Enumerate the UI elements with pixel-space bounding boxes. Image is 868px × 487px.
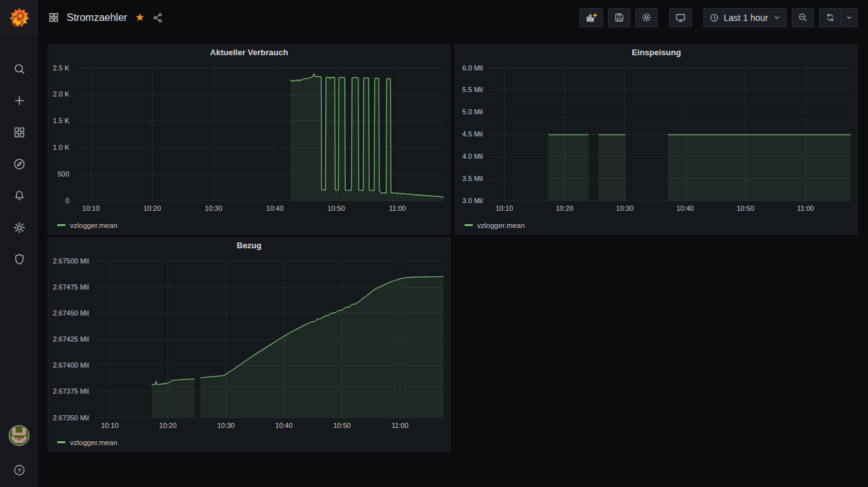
toolbar: Last 1 hour bbox=[580, 8, 858, 27]
svg-text:10:30: 10:30 bbox=[616, 204, 634, 212]
svg-text:2.67500 Mil: 2.67500 Mil bbox=[53, 257, 89, 264]
svg-text:4.0 Mil: 4.0 Mil bbox=[463, 152, 483, 160]
panel-aktueller-verbrauch: Aktueller Verbrauch 05001.0 K1.5 K2.0 K2… bbox=[48, 44, 451, 234]
svg-text:2.67425 Mil: 2.67425 Mil bbox=[53, 335, 89, 343]
apps-grid-icon bbox=[48, 12, 59, 23]
sidebar-item-explore[interactable] bbox=[6, 156, 32, 172]
tv-mode-button[interactable] bbox=[669, 8, 692, 27]
svg-text:10:50: 10:50 bbox=[736, 204, 754, 212]
gear-icon bbox=[13, 221, 26, 234]
dashboard-title[interactable]: Stromzaehler bbox=[67, 12, 127, 23]
legend-item[interactable]: vzlogger.mean bbox=[456, 220, 857, 234]
dashboard-settings-button[interactable] bbox=[635, 8, 658, 27]
svg-text:10:10: 10:10 bbox=[82, 204, 100, 212]
dashboard-grid: Aktueller Verbrauch 05001.0 K1.5 K2.0 K2… bbox=[38, 35, 868, 487]
sidebar: ? bbox=[0, 0, 38, 487]
svg-text:10:30: 10:30 bbox=[217, 422, 235, 429]
svg-text:10:40: 10:40 bbox=[266, 204, 284, 212]
svg-text:10:20: 10:20 bbox=[159, 422, 177, 429]
svg-text:10:40: 10:40 bbox=[676, 204, 694, 212]
svg-text:10:20: 10:20 bbox=[556, 204, 574, 212]
legend-series-label: vzlogger.mean bbox=[70, 222, 118, 229]
bell-icon bbox=[13, 189, 26, 203]
svg-text:2.67400 Mil: 2.67400 Mil bbox=[53, 361, 89, 369]
svg-text:1.0 K: 1.0 K bbox=[53, 143, 69, 151]
tv-icon bbox=[675, 12, 686, 23]
svg-text:10:40: 10:40 bbox=[275, 422, 293, 429]
panel-title: Einspeisung bbox=[632, 48, 681, 57]
legend-series-label: vzlogger.mean bbox=[477, 222, 525, 229]
refresh-interval-dropdown[interactable] bbox=[841, 8, 858, 27]
chevron-down-icon bbox=[845, 13, 853, 22]
grafana-logo-icon bbox=[7, 6, 31, 30]
legend-item[interactable]: vzlogger.mean bbox=[48, 220, 450, 234]
svg-text:2.5 K: 2.5 K bbox=[53, 63, 69, 71]
svg-text:2.67375 Mil: 2.67375 Mil bbox=[53, 387, 89, 395]
chart-einspeisung[interactable]: 3.0 Mil3.5 Mil4.0 Mil4.5 Mil5.0 Mil5.5 M… bbox=[456, 60, 857, 220]
add-panel-icon bbox=[585, 11, 597, 23]
chevron-down-icon bbox=[773, 13, 781, 22]
grafana-logo[interactable] bbox=[0, 0, 38, 35]
panel-header[interactable]: Einspeisung bbox=[456, 45, 857, 60]
add-panel-button[interactable] bbox=[580, 8, 603, 27]
legend-series-color bbox=[57, 224, 65, 226]
top-navigation: Stromzaehler ★ bbox=[38, 0, 868, 35]
svg-text:2.67450 Mil: 2.67450 Mil bbox=[53, 309, 89, 317]
legend-series-color bbox=[465, 224, 473, 226]
save-dashboard-button[interactable] bbox=[608, 8, 630, 27]
svg-text:2.0 K: 2.0 K bbox=[53, 90, 69, 98]
svg-text:11:00: 11:00 bbox=[391, 422, 409, 429]
svg-text:3.0 Mil: 3.0 Mil bbox=[463, 196, 483, 204]
breadcrumb: Stromzaehler ★ bbox=[48, 12, 163, 23]
user-avatar[interactable] bbox=[6, 425, 32, 446]
refresh-button[interactable] bbox=[819, 8, 841, 27]
panel-header[interactable]: Bezug bbox=[48, 238, 450, 253]
gear-icon bbox=[641, 12, 652, 23]
panel-einspeisung: Einspeisung 3.0 Mil3.5 Mil4.0 Mil4.5 Mil… bbox=[455, 44, 858, 234]
save-icon bbox=[614, 12, 625, 23]
legend-series-color bbox=[57, 441, 65, 443]
svg-text:500: 500 bbox=[58, 170, 69, 177]
time-range-picker[interactable]: Last 1 hour bbox=[703, 8, 787, 27]
svg-text:10:10: 10:10 bbox=[496, 204, 513, 212]
sidebar-item-alerting[interactable] bbox=[6, 187, 32, 204]
zoom-out-button[interactable] bbox=[792, 8, 814, 27]
legend-series-label: vzlogger.mean bbox=[70, 439, 118, 446]
sidebar-item-search[interactable] bbox=[6, 60, 32, 77]
sidebar-bottom: ? bbox=[0, 425, 38, 478]
svg-text:0: 0 bbox=[65, 196, 69, 204]
refresh-button-group bbox=[819, 8, 858, 27]
svg-text:2.67475 Mil: 2.67475 Mil bbox=[53, 283, 89, 290]
sidebar-item-configuration[interactable] bbox=[6, 219, 32, 236]
sidebar-item-help[interactable]: ? bbox=[6, 462, 32, 478]
sidebar-item-server-admin[interactable] bbox=[6, 251, 32, 267]
clock-icon bbox=[709, 13, 719, 23]
panel-title: Bezug bbox=[237, 241, 262, 250]
legend-item[interactable]: vzlogger.mean bbox=[48, 437, 450, 451]
svg-text:5.0 Mil: 5.0 Mil bbox=[463, 108, 483, 116]
panel-title: Aktueller Verbrauch bbox=[210, 48, 288, 57]
svg-text:10:50: 10:50 bbox=[327, 204, 345, 212]
panel-bezug: Bezug 2.67350 Mil2.67375 Mil2.67400 Mil2… bbox=[48, 237, 451, 451]
star-icon[interactable]: ★ bbox=[135, 12, 144, 23]
svg-text:11:00: 11:00 bbox=[389, 204, 406, 212]
compass-icon bbox=[13, 157, 26, 171]
plus-icon bbox=[13, 94, 26, 107]
svg-text:4.5 Mil: 4.5 Mil bbox=[463, 130, 483, 138]
share-icon[interactable] bbox=[152, 12, 163, 23]
chart-bezug[interactable]: 2.67350 Mil2.67375 Mil2.67400 Mil2.67425… bbox=[48, 253, 450, 437]
sidebar-item-create[interactable] bbox=[6, 92, 32, 109]
svg-text:5.5 Mil: 5.5 Mil bbox=[463, 86, 483, 93]
avatar bbox=[8, 425, 30, 446]
svg-text:1.5 K: 1.5 K bbox=[53, 117, 69, 124]
svg-text:3.5 Mil: 3.5 Mil bbox=[463, 174, 483, 182]
help-icon: ? bbox=[13, 464, 26, 477]
chart-aktueller-verbrauch[interactable]: 05001.0 K1.5 K2.0 K2.5 K10:1010:2010:301… bbox=[48, 60, 450, 220]
panel-header[interactable]: Aktueller Verbrauch bbox=[48, 45, 450, 60]
time-range-label: Last 1 hour bbox=[724, 13, 768, 23]
shield-icon bbox=[13, 253, 26, 266]
svg-text:10:20: 10:20 bbox=[144, 204, 161, 212]
refresh-icon bbox=[825, 12, 836, 23]
sidebar-item-dashboards[interactable] bbox=[6, 124, 32, 140]
dashboards-grid-icon bbox=[13, 126, 26, 139]
